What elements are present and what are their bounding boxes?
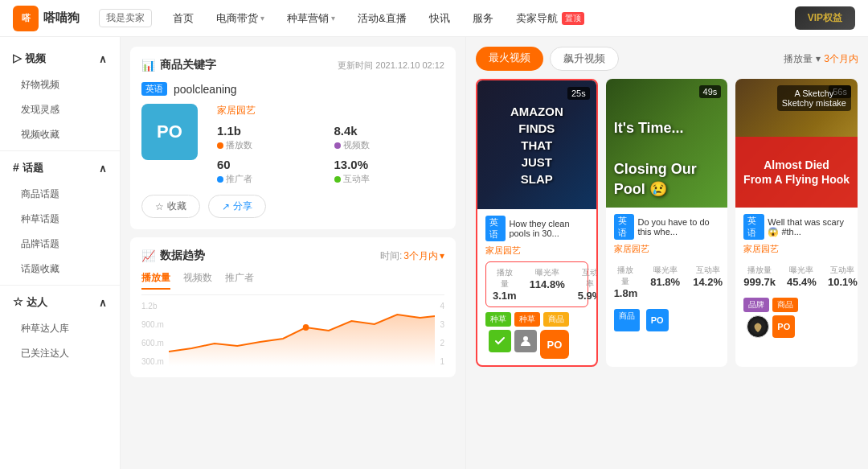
tag-grass-1: 种草 <box>485 312 511 327</box>
filter-button[interactable]: 播放量 ▾ 3个月内 <box>784 52 858 66</box>
right-panel: 最火视频 飙升视频 播放量 ▾ 3个月内 25s AMAZONFINDSTHAT… <box>466 37 868 469</box>
nav-marketing[interactable]: 种草营销 ▾ <box>277 0 345 37</box>
sidebar-item-product-topic[interactable]: 商品话题 <box>0 182 120 207</box>
nav-service[interactable]: 服务 <box>463 0 503 37</box>
tag-thumb-po-1: PO <box>540 330 569 359</box>
sidebar-item-grass-topic[interactable]: 种草话题 <box>0 207 120 232</box>
nav-news[interactable]: 快讯 <box>420 0 460 37</box>
filter-dropdown-icon: ▾ <box>816 53 821 64</box>
video-category-1: 家居园艺 <box>485 245 588 257</box>
sidebar-item-good-videos[interactable]: 好物视频 <box>0 72 120 97</box>
svg-point-0 <box>523 336 528 341</box>
trend-icon: 📈 <box>141 249 155 262</box>
video-stats-row-3: 播放量 999.7k 曝光率 45.4% 互动率 10.1% <box>743 260 850 293</box>
video-lang-row-3: 英语 Well that was scary 😱 #th... <box>743 214 850 240</box>
keyword-lang-badge: 英语 <box>141 82 167 96</box>
chart-svg <box>169 302 436 366</box>
sidebar-section-topic-header[interactable]: #话题 ∧ <box>0 154 120 182</box>
video-highlight-overlay: Almost DiedFrom A Flying Hook <box>735 137 858 208</box>
trend-tab-videos[interactable]: 视频数 <box>183 271 212 290</box>
video-thumb-3: 56s A SketchySketchy mistake Almost Died… <box>735 79 858 208</box>
video-stats-row-1: 播放量 3.1m 曝光率 114.8% 互动率 5.9% <box>493 267 581 302</box>
video-highlight-text: Almost DiedFrom A Flying Hook <box>739 153 854 191</box>
video-stat-exposure-3: 曝光率 45.4% <box>787 265 817 288</box>
sidebar-section-influencer-header[interactable]: ☆达人 ∧ <box>0 289 120 316</box>
tag-product-3: 商品 <box>772 298 798 312</box>
tag-product-1: 商品 <box>543 312 569 327</box>
center-panel: 📊 商品关键字 更新时间 2021.12.10 02:12 英语 poolcle… <box>121 37 466 469</box>
video-info-3: 英语 Well that was scary 😱 #th... 家居园艺 播放量… <box>735 208 858 344</box>
sidebar-item-influencer-db[interactable]: 种草达人库 <box>0 316 120 341</box>
video-stat-plays-2: 播放量 1.8m <box>614 265 638 299</box>
stat-plays-label: 播放数 <box>217 139 328 151</box>
stat-engagement-label: 互动率 <box>334 173 445 185</box>
sidebar-section-video-header[interactable]: ▷视频 ∧ <box>0 45 120 72</box>
tab-rising-video[interactable]: 飙升视频 <box>550 47 619 71</box>
video-stats-highlighted-1: 播放量 3.1m 曝光率 114.8% 互动率 5.9% <box>485 261 588 307</box>
nav-activity[interactable]: 活动&直播 <box>348 0 416 37</box>
video-tabs: 最火视频 飙升视频 <box>476 47 619 71</box>
tag-product-2: 商品 <box>614 309 640 331</box>
stat-videos-label: 视频数 <box>334 139 445 151</box>
stat-promoters-value: 60 <box>217 158 328 171</box>
video-overlay-1: AMAZONFINDSTHAT JUSTSLAP <box>507 103 567 187</box>
keyword-thumbnail: PO <box>141 104 198 160</box>
video-stat-engagement-1: 互动率 5.9% <box>578 267 598 302</box>
video-card-1[interactable]: 25s AMAZONFINDSTHAT JUSTSLAP 英语 How they… <box>476 79 598 367</box>
sidebar-item-topic-collect[interactable]: 话题收藏 <box>0 257 120 282</box>
topic-icon: # <box>13 161 19 174</box>
chart-container: 1.2b 900.m 600.m 300.m <box>141 302 444 366</box>
sidebar-item-discover[interactable]: 发现灵感 <box>0 97 120 122</box>
chart-dot <box>303 324 309 331</box>
sidebar-section-video: ▷视频 ∧ 好物视频 发现灵感 视频收藏 <box>0 45 120 147</box>
video-title-2: Do you have to do this whe... <box>637 217 719 237</box>
dot-orange-plays <box>217 142 223 149</box>
video-stat-exposure-1: 曝光率 114.8% <box>530 267 565 302</box>
video-stat-exposure-2: 曝光率 81.8% <box>650 265 680 299</box>
share-button[interactable]: ↗ 分享 <box>208 195 266 218</box>
tag-avatar-3 <box>747 315 769 338</box>
keyword-card: 📊 商品关键字 更新时间 2021.12.10 02:12 英语 poolcle… <box>130 47 456 229</box>
video-stats-inner-2: 播放量 1.8m 曝光率 81.8% 互动率 14.2% <box>614 265 720 299</box>
nav-ecommerce[interactable]: 电商带货 ▾ <box>207 0 274 37</box>
collect-button[interactable]: ☆ 收藏 <box>141 195 200 218</box>
video-category-3: 家居园艺 <box>743 243 850 255</box>
video-title-1: How they clean pools in 30... <box>509 219 588 238</box>
nav-seller[interactable]: 卖家导航 置顶 <box>506 0 594 37</box>
video-stats-inner-3: 播放量 999.7k 曝光率 45.4% 互动率 10.1% <box>743 265 850 288</box>
video-card-2[interactable]: 49s It's Time...Closing OurPool 😢 英语 Do … <box>606 79 728 367</box>
tag-thumb-person <box>514 330 537 352</box>
stat-engagement: 13.0% 互动率 <box>334 158 445 185</box>
video-stat-engagement-2: 互动率 14.2% <box>693 265 723 299</box>
tag-thumbs-1: PO <box>489 330 569 359</box>
trend-tab-plays[interactable]: 播放量 <box>141 271 170 290</box>
nav-home[interactable]: 首页 <box>163 0 203 37</box>
my-store-button[interactable]: 我是卖家 <box>99 9 152 27</box>
time-selector[interactable]: 时间: 3个月内 ▾ <box>380 249 444 263</box>
video-card-3[interactable]: 56s A SketchySketchy mistake Almost Died… <box>735 79 858 367</box>
video-category-2: 家居园艺 <box>614 243 720 255</box>
video-lang-badge-3: 英语 <box>743 214 764 240</box>
stat-engagement-value: 13.0% <box>334 158 445 171</box>
sidebar-item-brand-topic[interactable]: 品牌话题 <box>0 232 120 257</box>
stat-plays-value: 1.1b <box>217 124 328 138</box>
video-lang-badge-2: 英语 <box>614 214 635 240</box>
video-icon: ▷ <box>13 51 22 64</box>
vip-button[interactable]: VIP权益 <box>795 6 855 30</box>
tab-hot-video[interactable]: 最火视频 <box>476 47 543 71</box>
videos-grid: 25s AMAZONFINDSTHAT JUSTSLAP 英语 How they… <box>476 79 858 367</box>
stat-videos: 8.4k 视频数 <box>334 124 445 151</box>
sidebar-item-followed[interactable]: 已关注达人 <box>0 341 120 366</box>
stat-videos-value: 8.4k <box>334 124 445 138</box>
trend-tab-promoters[interactable]: 推广者 <box>225 271 254 290</box>
dot-purple-videos <box>334 142 341 149</box>
video-stat-plays-1: 播放量 3.1m <box>493 267 517 302</box>
video-info-1: 英语 How they clean pools in 30... 家居园艺 播放… <box>477 209 596 365</box>
video-lang-row-2: 英语 Do you have to do this whe... <box>614 214 720 240</box>
stat-promoters: 60 推广者 <box>217 158 328 185</box>
chart-y-labels: 1.2b 900.m 600.m 300.m <box>141 302 164 366</box>
tag-thumbs-2: PO <box>646 309 669 331</box>
sidebar-item-video-collect[interactable]: 视频收藏 <box>0 122 120 147</box>
tag-thumbs-3: PO <box>747 315 795 338</box>
keyword-text: poolcleaning <box>174 83 237 96</box>
